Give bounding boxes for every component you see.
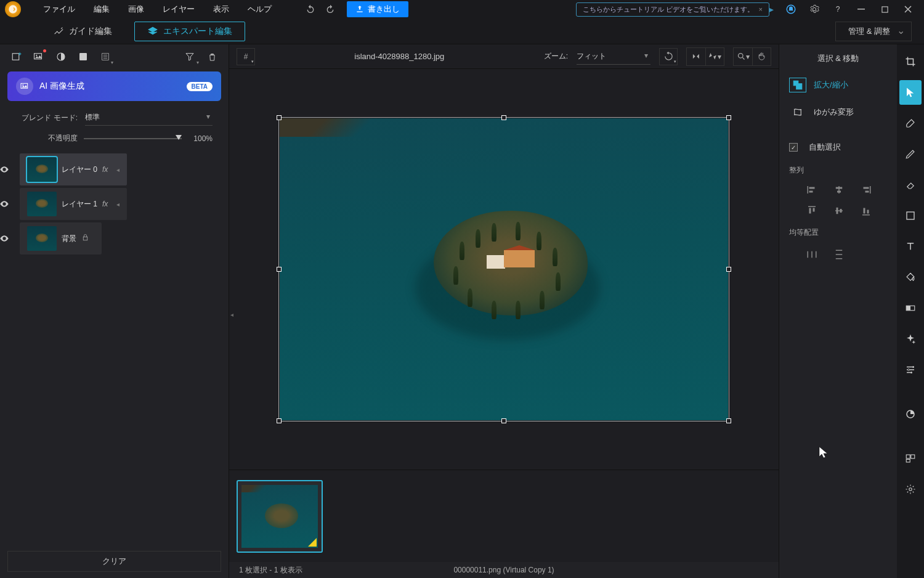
delete-layer-button[interactable] <box>203 48 221 65</box>
menu-layer[interactable]: レイヤー <box>154 1 203 17</box>
menubar: ファイル 編集 画像 レイヤー 表示 ヘルプ 書き出し こちらからチュートリアル… <box>0 0 924 18</box>
flip-horizontal-button[interactable] <box>687 48 705 65</box>
opacity-value: 100% <box>188 134 213 143</box>
grid-toggle-button[interactable]: #▾ <box>237 48 255 65</box>
svg-point-10 <box>22 84 23 86</box>
auto-select-checkbox[interactable] <box>789 143 798 152</box>
menu-help[interactable]: ヘルプ <box>239 1 280 17</box>
clear-button[interactable]: クリア <box>7 551 221 572</box>
zoom-tool-button[interactable]: ▾ <box>734 48 752 65</box>
eraser-tool[interactable] <box>899 173 922 197</box>
adjust-tool[interactable] <box>899 357 922 382</box>
window-minimize-button[interactable] <box>850 2 872 17</box>
undo-button[interactable] <box>301 2 320 17</box>
selection-handle[interactable] <box>726 115 731 120</box>
selection-handle[interactable] <box>277 267 282 272</box>
layer-row[interactable]: レイヤー 1 fx ◂ <box>20 188 127 220</box>
selection-handle[interactable] <box>501 115 506 120</box>
svg-rect-34 <box>811 251 813 258</box>
selection-handle[interactable] <box>726 418 731 423</box>
menu-file[interactable]: ファイル <box>34 1 84 17</box>
rotate-button[interactable]: ▾ <box>659 48 678 65</box>
layer-row[interactable]: レイヤー 0 fx ◂ <box>20 153 127 185</box>
ai-image-gen-banner[interactable]: AI 画像生成 BETA <box>7 71 221 101</box>
mask-button[interactable] <box>74 48 92 65</box>
pen-tool[interactable] <box>899 142 922 166</box>
manage-adjust-dropdown[interactable]: 管理 & 調整 <box>835 22 912 41</box>
zoom-dropdown[interactable]: フィット <box>577 49 650 65</box>
adjustment-layer-button[interactable] <box>52 48 70 65</box>
canvas-filename: island-4028988_1280.jpg <box>264 52 535 61</box>
move-tool[interactable] <box>899 80 922 105</box>
window-close-button[interactable] <box>897 2 919 17</box>
export-button[interactable]: 書き出し <box>347 1 408 17</box>
align-bottom-button[interactable] <box>858 204 874 218</box>
distribute-vertical-button[interactable] <box>831 248 847 261</box>
layer-expand-icon[interactable]: ◂ <box>116 166 120 173</box>
align-vcenter-button[interactable] <box>831 204 847 218</box>
selection-handle[interactable] <box>277 115 282 120</box>
tutorial-close-icon[interactable]: × <box>759 6 763 13</box>
settings-button[interactable] <box>803 2 825 17</box>
opacity-slider[interactable] <box>84 138 182 139</box>
svg-rect-3 <box>12 54 19 60</box>
layer-row[interactable]: 背景 <box>20 222 102 254</box>
layer-menu-button[interactable]: ▾ <box>96 48 115 65</box>
layer-visibility-toggle[interactable] <box>0 199 10 209</box>
settings-tool[interactable] <box>899 477 922 502</box>
menu-view[interactable]: 表示 <box>205 1 238 17</box>
layer-fx-indicator[interactable]: fx <box>102 200 108 208</box>
effects-tool[interactable] <box>899 327 922 351</box>
gradient-tool[interactable] <box>899 296 922 320</box>
redo-button[interactable] <box>321 2 339 17</box>
guided-edit-tab[interactable]: ガイド編集 <box>43 22 122 41</box>
tool-options-panel: 選択 & 移動 拡大/縮小 ゆがみ変形 自動選択 整列 均等配置 <box>779 44 897 578</box>
add-image-layer-button[interactable] <box>30 48 48 65</box>
layer-list: レイヤー 0 fx ◂ レイヤー 1 fx ◂ 背景 <box>0 152 229 547</box>
align-hcenter-button[interactable] <box>831 183 847 197</box>
align-left-button[interactable] <box>804 183 820 197</box>
crop-tool[interactable] <box>899 49 922 74</box>
layer-visibility-toggle[interactable] <box>0 165 10 174</box>
align-top-button[interactable] <box>804 204 820 218</box>
export-label: 書き出し <box>368 4 400 15</box>
filter-button[interactable]: ▾ <box>180 48 199 65</box>
canvas-image[interactable] <box>280 118 728 420</box>
mouse-cursor-icon <box>819 446 829 461</box>
svg-rect-11 <box>83 237 87 240</box>
text-tool[interactable] <box>899 234 922 259</box>
layers-tool[interactable] <box>899 446 922 471</box>
layer-fx-indicator[interactable]: fx <box>102 165 108 174</box>
auto-select-checkbox-row[interactable]: 自動選択 <box>779 136 897 159</box>
expert-edit-tab[interactable]: エキスパート編集 <box>134 22 245 41</box>
menu-image[interactable]: 画像 <box>120 1 153 17</box>
tutorial-banner[interactable]: こちらからチュートリアル ビデオをご覧いただけます。 × <box>576 2 770 17</box>
notifications-button[interactable] <box>780 2 802 17</box>
pie-tool[interactable] <box>899 402 922 426</box>
selection-handle[interactable] <box>277 418 282 423</box>
window-maximize-button[interactable] <box>873 2 896 17</box>
canvas-viewport[interactable] <box>229 69 779 470</box>
filmstrip-item[interactable] <box>237 480 323 553</box>
selection-box[interactable] <box>278 117 729 421</box>
distribute-horizontal-button[interactable] <box>804 248 820 261</box>
flag-icon <box>308 538 317 547</box>
selection-handle[interactable] <box>501 418 506 423</box>
selection-handle[interactable] <box>726 267 731 272</box>
help-button[interactable]: ? <box>827 2 849 17</box>
brush-tool[interactable] <box>899 111 922 136</box>
menu-edit[interactable]: 編集 <box>85 1 118 17</box>
pan-tool-button[interactable] <box>752 48 771 65</box>
align-right-button[interactable] <box>858 183 874 197</box>
layer-visibility-toggle[interactable] <box>0 234 10 243</box>
layer-expand-icon[interactable]: ◂ <box>116 201 120 208</box>
blend-mode-dropdown[interactable]: 標準 <box>85 110 213 126</box>
warp-tool-row[interactable]: ゆがみ変形 <box>779 99 897 126</box>
flip-vertical-button[interactable]: ▾ <box>705 48 724 65</box>
filmstrip <box>229 470 779 562</box>
svg-rect-37 <box>836 254 843 255</box>
shape-tool[interactable] <box>899 203 922 228</box>
scale-tool-row[interactable]: 拡大/縮小 <box>779 71 897 99</box>
fill-tool[interactable] <box>899 265 922 290</box>
add-layer-button[interactable] <box>7 48 26 65</box>
